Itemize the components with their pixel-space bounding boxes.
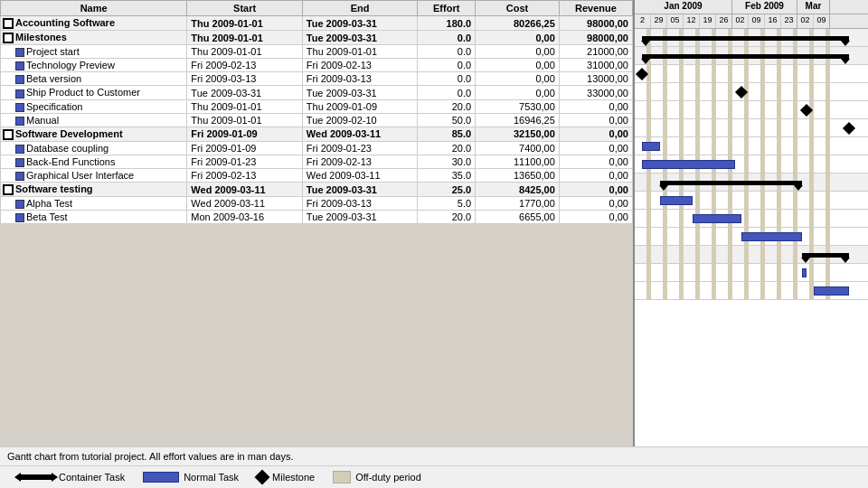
container-bar <box>660 181 802 185</box>
cell-end: Tue 2009-03-31 <box>302 16 418 31</box>
cell-effort: 0.0 <box>418 31 476 45</box>
cell-end: Tue 2009-02-10 <box>302 113 418 127</box>
cell-revenue: 0,00 <box>559 211 632 224</box>
gantt-row <box>635 137 868 155</box>
cell-start: Wed 2009-03-11 <box>187 183 303 197</box>
cell-cost: 0,00 <box>476 31 560 45</box>
cell-end: Tue 2009-03-31 <box>302 86 418 99</box>
cell-name: Project start <box>1 45 187 59</box>
cell-end: Fri 2009-03-13 <box>302 72 418 86</box>
cell-effort: 50.0 <box>418 113 476 127</box>
cell-revenue: 13000,00 <box>559 72 632 86</box>
cell-start: Thu 2009-01-01 <box>187 45 303 59</box>
cell-end: Thu 2009-01-09 <box>302 99 418 113</box>
task-bar <box>660 196 693 205</box>
cell-start: Tue 2009-03-31 <box>187 86 303 99</box>
legend-offduty-label: Off-duty period <box>355 472 421 483</box>
table-row: Software DevelopmentFri 2009-01-09Wed 20… <box>1 127 633 141</box>
cell-effort: 180.0 <box>418 16 476 31</box>
task-bar <box>802 268 807 277</box>
table-row: Alpha TestWed 2009-03-11Fri 2009-03-135.… <box>1 197 633 211</box>
table-row: Beta versionFri 2009-03-13Fri 2009-03-13… <box>1 72 633 86</box>
cell-revenue: 21000,00 <box>559 45 632 59</box>
cell-revenue: 0,00 <box>559 113 632 127</box>
legend-milestone-label: Milestone <box>272 472 315 483</box>
cell-revenue: 98000,00 <box>559 16 632 31</box>
col-name: Name <box>1 1 187 16</box>
table-row: MilestonesThu 2009-01-01Tue 2009-03-310.… <box>1 31 633 45</box>
cell-start: Thu 2009-01-01 <box>187 99 303 113</box>
cell-end: Fri 2009-03-13 <box>302 197 418 211</box>
week-jan-4: 12 <box>684 14 700 28</box>
cell-effort: 20.0 <box>418 99 476 113</box>
task-bar <box>642 142 661 151</box>
table-row: Software testingWed 2009-03-11Tue 2009-0… <box>1 183 633 197</box>
gantt-row <box>635 155 868 174</box>
cell-name: Database coupling <box>1 141 187 155</box>
col-start: Start <box>187 1 303 16</box>
legend-milestone: Milestone <box>257 472 315 483</box>
cell-cost: 80266,25 <box>476 16 560 31</box>
task-bar <box>642 160 735 169</box>
cell-end: Wed 2009-03-11 <box>302 127 418 141</box>
cell-effort: 20.0 <box>418 141 476 155</box>
cell-effort: 35.0 <box>418 169 476 183</box>
gantt-row <box>635 264 868 282</box>
cell-effort: 85.0 <box>418 127 476 141</box>
task-bar <box>693 214 741 223</box>
week-jan-6: 26 <box>716 14 732 28</box>
cell-cost: 7400,00 <box>476 141 560 155</box>
cell-effort: 0.0 <box>418 86 476 99</box>
week-jan-3: 05 <box>667 14 684 28</box>
cell-cost: 8425,00 <box>476 183 560 197</box>
week-jan-2: 29 <box>651 14 667 28</box>
cell-revenue: 98000,00 <box>559 31 632 45</box>
cell-start: Fri 2009-02-13 <box>187 169 303 183</box>
cell-revenue: 0,00 <box>559 127 632 141</box>
cell-cost: 0,00 <box>476 72 560 86</box>
cell-revenue: 0,00 <box>559 169 632 183</box>
gantt-row <box>635 65 868 83</box>
table-row: ManualThu 2009-01-01Tue 2009-02-1050.016… <box>1 113 633 127</box>
cell-revenue: 0,00 <box>559 155 632 168</box>
gantt-row <box>635 83 868 101</box>
cell-cost: 13650,00 <box>476 169 560 183</box>
gantt-row <box>635 174 868 192</box>
cell-effort: 0.0 <box>418 72 476 86</box>
cell-start: Thu 2009-01-01 <box>187 113 303 127</box>
table-row: Graphical User InterfaceFri 2009-02-13We… <box>1 169 633 183</box>
gantt-row <box>635 47 868 65</box>
normal-bar-icon <box>143 472 179 483</box>
cell-name: Software Development <box>1 127 187 141</box>
legend-container-label: Container Task <box>59 472 125 483</box>
cell-name: Technology Preview <box>1 59 187 72</box>
cell-cost: 6655,00 <box>476 211 560 224</box>
cell-effort: 20.0 <box>418 211 476 224</box>
cell-cost: 16946,25 <box>476 113 560 127</box>
week-feb-4: 23 <box>781 14 797 28</box>
gantt-row <box>635 282 868 300</box>
task-bar <box>741 232 802 241</box>
cell-name: Accounting Software <box>1 16 187 31</box>
table-row: Accounting SoftwareThu 2009-01-01Tue 200… <box>1 16 633 31</box>
cell-effort: 5.0 <box>418 197 476 211</box>
cell-end: Thu 2009-01-01 <box>302 45 418 59</box>
cell-start: Mon 2009-03-16 <box>187 211 303 224</box>
cell-start: Fri 2009-01-23 <box>187 155 303 168</box>
gantt-row <box>635 246 868 264</box>
container-bar <box>642 36 849 41</box>
cell-start: Fri 2009-01-09 <box>187 127 303 141</box>
col-revenue: Revenue <box>559 1 632 16</box>
table-row: Back-End FunctionsFri 2009-01-23Fri 2009… <box>1 155 633 168</box>
footer-note: Gantt chart from tutorial project. All e… <box>0 446 868 465</box>
col-cost: Cost <box>476 1 560 16</box>
week-jan-5: 19 <box>700 14 716 28</box>
cell-effort: 25.0 <box>418 183 476 197</box>
gantt-row <box>635 29 868 47</box>
container-bar <box>802 253 848 258</box>
cell-effort: 0.0 <box>418 59 476 72</box>
month-feb: Feb 2009 <box>732 0 797 14</box>
milestone-diamond <box>842 122 854 135</box>
cell-end: Tue 2009-03-31 <box>302 211 418 224</box>
cell-start: Fri 2009-03-13 <box>187 72 303 86</box>
